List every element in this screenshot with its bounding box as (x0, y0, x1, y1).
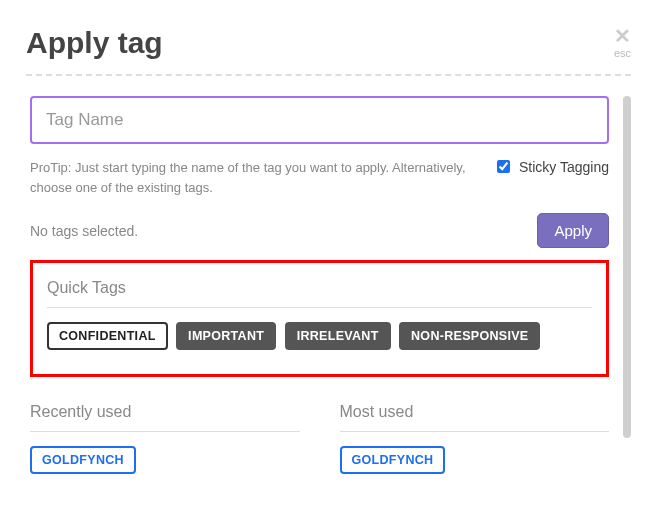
quick-tags-highlight: Quick Tags CONFIDENTIAL IMPORTANT IRRELE… (30, 260, 609, 377)
most-tag-item[interactable]: GOLDFYNCH (340, 446, 446, 474)
recently-used-section: Recently used GOLDFYNCH (30, 397, 300, 478)
apply-tag-modal: Apply tag ✕ esc ProTip: Just start typin… (0, 0, 657, 498)
sticky-label: Sticky Tagging (519, 158, 609, 176)
scrollbar-thumb[interactable] (623, 96, 631, 438)
quick-tag-important[interactable]: IMPORTANT (176, 322, 276, 350)
recently-used-title: Recently used (30, 403, 300, 421)
divider (30, 431, 300, 432)
no-tags-status: No tags selected. (30, 223, 138, 239)
close-esc-label: esc (614, 48, 631, 59)
divider (340, 431, 610, 432)
sticky-checkbox[interactable] (497, 160, 510, 173)
recent-tag-item[interactable]: GOLDFYNCH (30, 446, 136, 474)
quick-tag-irrelevant[interactable]: IRRELEVANT (285, 322, 391, 350)
apply-button[interactable]: Apply (537, 213, 609, 248)
close-button[interactable]: ✕ esc (614, 26, 631, 59)
quick-tag-confidential[interactable]: CONFIDENTIAL (47, 322, 168, 350)
divider (26, 74, 631, 76)
tag-name-input[interactable] (30, 96, 609, 144)
close-icon: ✕ (614, 25, 631, 47)
most-used-section: Most used GOLDFYNCH (340, 397, 610, 478)
page-title: Apply tag (26, 26, 163, 60)
protip-text: ProTip: Just start typing the name of th… (30, 158, 473, 197)
quick-tag-nonresponsive[interactable]: NON-RESPONSIVE (399, 322, 540, 350)
sticky-tagging-toggle[interactable]: Sticky Tagging (493, 158, 609, 176)
most-used-title: Most used (340, 403, 610, 421)
scrollbar[interactable] (623, 96, 631, 498)
divider (47, 307, 592, 308)
quick-tags-title: Quick Tags (47, 279, 592, 297)
